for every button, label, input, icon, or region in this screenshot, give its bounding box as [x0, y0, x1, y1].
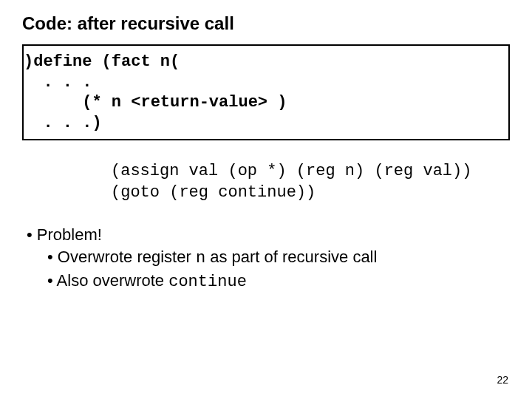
bullet-item: • Problem! [27, 224, 510, 246]
assembly-line: (assign val (op *) (reg n) (reg val)) [111, 161, 510, 183]
inline-code: n [196, 249, 205, 267]
page-number: 22 [497, 374, 508, 386]
bullet-text: • Overwrote register [47, 248, 196, 266]
code-box: )define (fact n( . . . (* n <return-valu… [22, 44, 510, 140]
bullet-item: • Also overwrote continue [27, 270, 510, 293]
code-line: )define (fact n( [24, 52, 502, 72]
bullet-list: • Problem! • Overwrote register n as par… [27, 224, 510, 293]
bullet-item: • Overwrote register n as part of recurs… [27, 246, 510, 270]
assembly-line: (goto (reg continue)) [111, 183, 510, 204]
slide-title: Code: after recursive call [22, 13, 510, 34]
code-line: (* n <return-value> ) [24, 92, 502, 113]
code-line: . . .) [24, 113, 502, 134]
bullet-text: as part of recursive call [205, 248, 377, 266]
code-line: . . . [24, 72, 502, 93]
assembly-block: (assign val (op *) (reg n) (reg val)) (g… [111, 161, 510, 203]
inline-code: continue [168, 273, 247, 291]
bullet-text: • Also overwrote [47, 271, 168, 290]
